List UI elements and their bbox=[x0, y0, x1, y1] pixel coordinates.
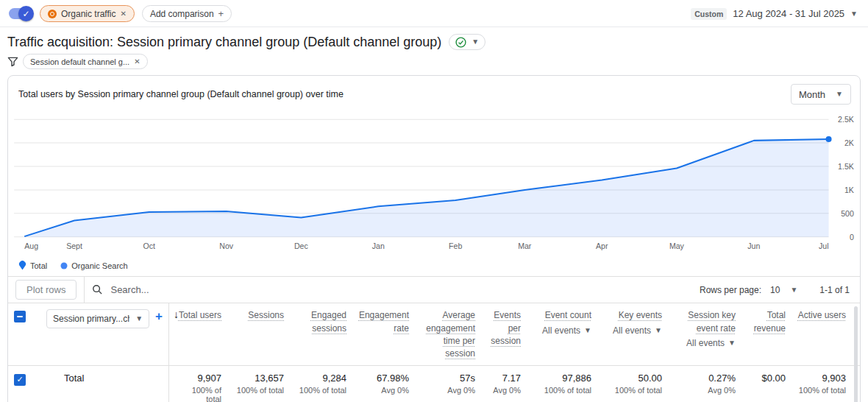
column-header-active-users[interactable]: Active users bbox=[791, 303, 852, 365]
table-total-row: ✓Total9,907100% of total13,657100% of to… bbox=[8, 366, 860, 402]
chart-title: Total users by Session primary channel g… bbox=[18, 89, 344, 99]
comparison-chip-label: Organic traffic bbox=[61, 9, 115, 19]
total-cell-engaged-sessions: 9,284100% of total bbox=[290, 366, 352, 402]
remove-comparison-icon[interactable]: ✕ bbox=[120, 10, 126, 18]
filter-chip-label: Session default channel g... bbox=[30, 57, 129, 66]
date-range-text: 12 Aug 2024 - 31 Jul 2025 bbox=[733, 8, 844, 19]
column-header-total-revenue[interactable]: Total revenue bbox=[741, 303, 791, 365]
plus-icon: + bbox=[218, 8, 224, 19]
add-comparison-button[interactable]: Add comparison + bbox=[142, 5, 232, 22]
rows-per-page-label: Rows per page: bbox=[700, 285, 761, 295]
legend-organic-search: Organic Search bbox=[60, 261, 127, 270]
comparison-toggle[interactable]: ✓ bbox=[9, 8, 32, 19]
add-dimension-icon[interactable]: + bbox=[155, 309, 163, 324]
x-axis-label: Oct bbox=[143, 241, 155, 250]
total-cell-active-users: 9,903100% of total bbox=[791, 366, 852, 402]
rows-per-page-select[interactable]: 10 ▼ bbox=[767, 285, 800, 295]
y-axis-label: 2.5K bbox=[838, 115, 854, 124]
y-axis-label: 1.5K bbox=[838, 162, 854, 171]
chart-area bbox=[24, 139, 828, 237]
events-filter-select[interactable]: All events ▼ bbox=[603, 325, 662, 336]
column-header-engagement-rate[interactable]: Engagement rate bbox=[352, 303, 415, 365]
chevron-down-icon: ▼ bbox=[850, 10, 858, 18]
x-axis-label: Aug bbox=[24, 241, 38, 250]
report-card: Total users by Session primary channel g… bbox=[7, 75, 861, 402]
events-filter-select[interactable]: All events ▼ bbox=[674, 338, 736, 348]
filter-chip[interactable]: Session default channel g... ✕ bbox=[23, 54, 148, 69]
total-cell-sessions: 13,657100% of total bbox=[227, 366, 290, 402]
comparison-chip-organic-traffic[interactable]: Organic traffic ✕ bbox=[40, 5, 135, 22]
filter-bar: Session default channel g... ✕ bbox=[0, 51, 868, 75]
events-filter-select[interactable]: All events ▼ bbox=[533, 325, 591, 336]
remove-filter-icon[interactable]: ✕ bbox=[134, 57, 140, 66]
x-axis-label: Apr bbox=[596, 241, 608, 250]
rows-per-page-value: 10 bbox=[770, 285, 780, 295]
total-cell-engagement-rate: 67.98%Avg 0% bbox=[352, 366, 415, 402]
page-title: Traffic acquisition: Session primary cha… bbox=[7, 35, 441, 50]
filter-funnel-icon bbox=[7, 56, 18, 67]
column-header-session-key-event-rate[interactable]: Session key event rateAll events ▼ bbox=[668, 303, 741, 365]
column-header-total-users[interactable]: ↓Total users bbox=[168, 303, 227, 365]
divider bbox=[84, 277, 85, 303]
metrics-table: Session primary...channel group) ▼ +↓Tot… bbox=[8, 303, 860, 402]
x-axis-label: Dec bbox=[294, 241, 309, 250]
total-cell-total-revenue: $0.00 bbox=[741, 366, 791, 402]
x-axis-label: Mar bbox=[518, 241, 532, 250]
column-header-average-engagement-time-per-session[interactable]: Average engagement time per session bbox=[415, 303, 481, 365]
legend-total: Total bbox=[18, 261, 47, 270]
table-toolbar: Plot rows Rows per page: 10 ▼ 1-1 of 1 bbox=[8, 276, 860, 303]
chevron-down-icon: ▼ bbox=[836, 91, 843, 98]
column-header-engaged-sessions[interactable]: Engaged sessions bbox=[290, 303, 352, 365]
column-header-sessions[interactable]: Sessions bbox=[227, 303, 290, 365]
chevron-down-icon: ▼ bbox=[135, 315, 143, 322]
total-cell-key-events: 50.00100% of total bbox=[597, 366, 668, 402]
x-axis-label: Jul bbox=[819, 241, 829, 250]
column-header-event-count[interactable]: Event countAll events ▼ bbox=[527, 303, 597, 365]
users-over-time-chart: 05001K1.5K2K2.5KAugSeptOctNovDecJanFebMa… bbox=[8, 109, 860, 259]
granularity-select[interactable]: Month ▼ bbox=[791, 84, 851, 105]
granularity-value: Month bbox=[799, 89, 825, 100]
total-cell-average-engagement-time-per-session: 57sAvg 0% bbox=[415, 366, 481, 402]
select-all-checkbox[interactable] bbox=[14, 311, 26, 322]
x-axis-label: Jun bbox=[747, 241, 760, 250]
comparison-color-icon bbox=[48, 10, 57, 18]
x-axis-label: Feb bbox=[449, 241, 462, 250]
x-axis-label: Jan bbox=[372, 241, 385, 250]
last-data-point bbox=[826, 136, 832, 142]
total-row-checkbox[interactable]: ✓ bbox=[14, 374, 26, 386]
chart-legend: TotalOrganic Search bbox=[8, 259, 860, 276]
plot-rows-button[interactable]: Plot rows bbox=[15, 280, 77, 300]
series-dot-icon bbox=[60, 262, 68, 269]
x-axis-label: May bbox=[669, 241, 685, 250]
toggle-check-icon: ✓ bbox=[18, 6, 34, 21]
table-scrollbar[interactable] bbox=[854, 306, 858, 402]
table-search bbox=[92, 283, 271, 296]
chevron-down-icon: ▼ bbox=[655, 327, 662, 334]
comparison-bar: ✓ Organic traffic ✕ Add comparison + Cus… bbox=[0, 0, 868, 27]
y-axis-label: 2K bbox=[844, 138, 854, 147]
chevron-down-icon: ▼ bbox=[790, 286, 797, 294]
date-range-selector[interactable]: Custom 12 Aug 2024 - 31 Jul 2025 ▼ bbox=[691, 8, 858, 20]
date-custom-badge: Custom bbox=[691, 8, 727, 20]
total-cell-total-users: 9,907100% of total bbox=[168, 366, 227, 402]
column-header-key-events[interactable]: Key eventsAll events ▼ bbox=[597, 303, 668, 365]
report-title-row: Traffic acquisition: Session primary cha… bbox=[0, 27, 868, 51]
add-comparison-label: Add comparison bbox=[150, 9, 214, 19]
rows-per-page: Rows per page: 10 ▼ 1-1 of 1 bbox=[700, 285, 850, 295]
search-input[interactable] bbox=[109, 283, 271, 296]
data-quality-badge[interactable]: ▼ bbox=[449, 34, 485, 50]
chevron-down-icon: ▼ bbox=[728, 339, 736, 347]
pagination-status: 1-1 of 1 bbox=[819, 285, 850, 295]
y-axis-label: 0 bbox=[850, 233, 854, 241]
total-row-label: Total bbox=[46, 373, 84, 384]
chart-svg: 05001K1.5K2K2.5KAugSeptOctNovDecJanFebMa… bbox=[8, 109, 860, 259]
dimension-selector[interactable]: Session primary...channel group) ▼ bbox=[46, 309, 149, 328]
chevron-down-icon: ▼ bbox=[584, 327, 591, 334]
total-cell-session-key-event-rate: 0.27%Avg 0% bbox=[668, 366, 741, 402]
column-header-events-per-session[interactable]: Events per session bbox=[481, 303, 527, 365]
check-circle-icon bbox=[455, 37, 466, 48]
x-axis-label: Sept bbox=[66, 241, 82, 250]
total-pin-icon bbox=[18, 261, 26, 270]
x-axis-label: Nov bbox=[219, 241, 234, 250]
total-cell-events-per-session: 7.17Avg 0% bbox=[481, 366, 527, 402]
